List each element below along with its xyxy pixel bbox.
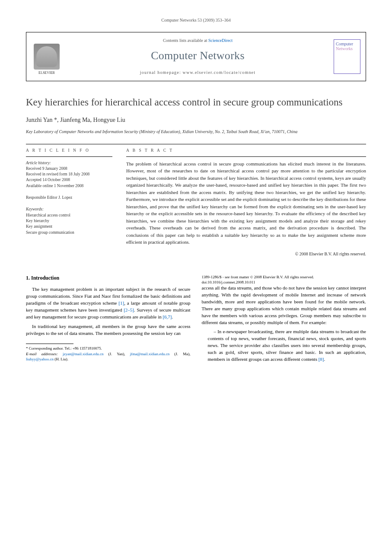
contents-available-line: Contents lists available at ScienceDirec… xyxy=(62,38,334,44)
keyword-2: Key hierarchy xyxy=(26,218,112,224)
intro-para-1: The key management problem is an importa… xyxy=(26,286,191,321)
emails-label: E-mail addresses: xyxy=(26,352,63,356)
bullet-a: – In e-newspaper broadcasting, there are… xyxy=(208,329,367,362)
intro-para-2: In traditional key management, all membe… xyxy=(26,323,191,337)
ref-2-5[interactable]: [2–5] xyxy=(124,307,134,312)
footnotes: * Corresponding author. Tel.: +86 135718… xyxy=(26,346,191,361)
email-yan-name: (J. Yan), xyxy=(103,352,130,356)
article-info-column: A R T I C L E I N F O Article history: R… xyxy=(26,144,112,257)
email-liu[interactable]: liuhyy@yahoo.cn xyxy=(26,357,54,361)
keyword-3: Key assignment xyxy=(26,224,112,229)
keywords-block: Keywords: Hierarchical access control Ke… xyxy=(26,207,112,235)
front-matter-line: 1389-1286/$ - see front matter © 2008 El… xyxy=(202,274,367,280)
journal-header-box: ELSEVIER Contents lists available at Sci… xyxy=(26,32,366,81)
footnote-separator xyxy=(26,344,73,344)
elsevier-logo: ELSEVIER xyxy=(32,38,62,75)
keyword-1: Hierarchical access control xyxy=(26,213,112,218)
authors: Junzhi Yan *, Jianfeng Ma, Hongyue Liu xyxy=(26,116,366,124)
ref-8[interactable]: [8] xyxy=(319,357,324,362)
p1-d: . xyxy=(172,314,173,319)
info-abstract-row: A R T I C L E I N F O Article history: R… xyxy=(26,144,366,257)
doi-block: 1389-1286/$ - see front matter © 2008 El… xyxy=(202,274,367,285)
journal-center: Contents lists available at ScienceDirec… xyxy=(62,38,334,76)
bullet-b: . xyxy=(324,357,325,362)
email-ma-name: (J. Ma), xyxy=(169,352,190,356)
article-info-heading: A R T I C L E I N F O xyxy=(26,144,112,156)
corresponding-author: * Corresponding author. Tel.: +86 135718… xyxy=(26,346,191,351)
email-addresses: E-mail addresses: jzyan@mail.xidian.edu.… xyxy=(26,351,191,362)
keywords-label: Keywords: xyxy=(26,207,112,212)
abstract-column: A B S T R A C T The problem of hierarchi… xyxy=(126,144,366,257)
email-liu-name: (H. Liu). xyxy=(54,357,68,361)
body-columns: 1. Introduction The key management probl… xyxy=(26,274,366,366)
history-label: Article history: xyxy=(26,160,112,166)
received-date: Received 9 January 2008 xyxy=(26,166,112,172)
cover-line-1: Computer xyxy=(336,41,358,46)
bullet-enews: – In e-newspaper broadcasting, there are… xyxy=(202,328,367,363)
intro-para-3: access all the data streams, and those w… xyxy=(202,285,367,326)
email-ma[interactable]: jfma@mail.xidian.edu.cn xyxy=(130,352,170,356)
affiliation: Key Laboratory of Computer Networks and … xyxy=(26,129,366,135)
ref-1[interactable]: [1] xyxy=(118,300,124,306)
sciencedirect-link[interactable]: ScienceDirect xyxy=(208,38,233,43)
cover-line-2: Networks xyxy=(336,46,358,51)
online-date: Available online 1 November 2008 xyxy=(26,183,112,189)
section-1-heading: 1. Introduction xyxy=(26,274,191,282)
accepted-date: Accepted 14 October 2008 xyxy=(26,177,112,183)
contents-prefix: Contents lists available at xyxy=(163,38,208,43)
ref-6-7[interactable]: [6,7] xyxy=(163,314,172,319)
doi-line: doi:10.1016/j.comnet.2008.10.011 xyxy=(202,280,367,285)
abstract-heading: A B S T R A C T xyxy=(126,144,366,156)
elsevier-tree-icon xyxy=(34,44,60,70)
revised-date: Received in revised form 18 July 2008 xyxy=(26,172,112,177)
article-history-block: Article history: Received 9 January 2008… xyxy=(26,160,112,189)
elsevier-label: ELSEVIER xyxy=(38,70,55,75)
keyword-4: Secure group communication xyxy=(26,230,112,236)
journal-homepage: journal homepage: www.elsevier.com/locat… xyxy=(62,70,334,76)
journal-cover-thumbnail: Computer Networks xyxy=(334,39,360,74)
running-header: Computer Networks 53 (2009) 353–364 xyxy=(26,17,366,23)
abstract-text: The problem of hierarchical access contr… xyxy=(126,160,366,246)
responsible-editor: Responsible Editor J. Lopez xyxy=(26,195,112,201)
article-title: Key hierarchies for hierarchical access … xyxy=(26,96,366,109)
email-yan[interactable]: jzyan@mail.xidian.edu.cn xyxy=(63,352,104,356)
journal-name: Computer Networks xyxy=(62,48,334,64)
abstract-copyright: © 2008 Elsevier B.V. All rights reserved… xyxy=(126,251,366,257)
